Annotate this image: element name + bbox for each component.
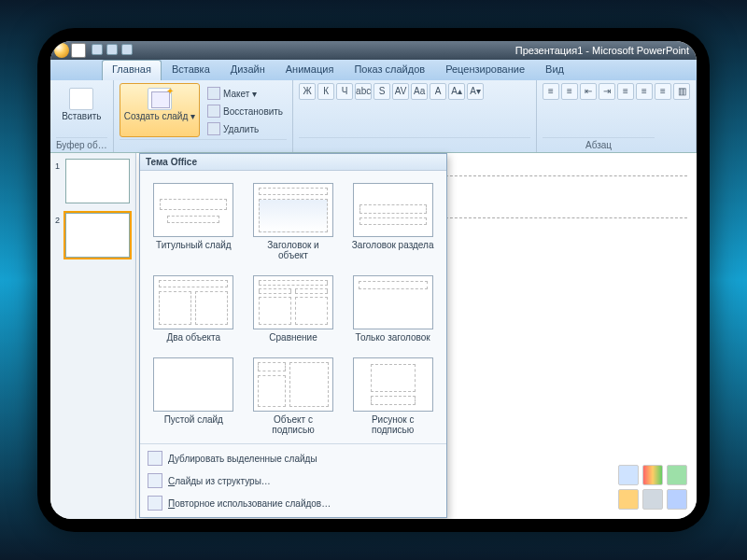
delete-button[interactable]: Удалить <box>204 120 287 137</box>
layout-picture-caption[interactable]: Рисунок с подписью <box>346 353 439 440</box>
insert-media-icon[interactable] <box>667 489 687 510</box>
columns-button[interactable]: ▥ <box>673 83 690 100</box>
group-clipboard: Вставить Буфер об… <box>50 80 114 152</box>
insert-chart-icon[interactable] <box>642 465 663 485</box>
reuse-icon <box>148 496 162 511</box>
insert-clipart-icon[interactable] <box>642 489 663 510</box>
layout-title-slide[interactable]: Титульный слайд <box>148 178 240 265</box>
tab-slideshow[interactable]: Показ слайдов <box>344 60 435 80</box>
group-font: Ж К Ч abc S AV Aa A A▴ A▾ <box>293 80 537 152</box>
title-bar: Презентация1 - Microsoft PowerPoint <box>50 41 697 60</box>
layout-icon <box>207 87 220 100</box>
bold-button[interactable]: Ж <box>299 83 316 100</box>
layout-two-content[interactable]: Два объекта <box>148 271 240 347</box>
layout-title-only[interactable]: Только заголовок <box>346 271 439 347</box>
layout-section-header[interactable]: Заголовок раздела <box>346 178 439 265</box>
case-button[interactable]: Aa <box>411 83 428 100</box>
new-slide-icon <box>148 88 172 110</box>
tab-review[interactable]: Рецензирование <box>435 60 535 80</box>
slide-thumbnails-pane: 1 2 <box>50 153 136 519</box>
screen: Презентация1 - Microsoft PowerPoint Глав… <box>50 41 697 519</box>
window-title: Презентация1 - Microsoft PowerPoint <box>515 45 689 56</box>
shadow-button[interactable]: S <box>374 83 390 100</box>
bullets-button[interactable]: ≡ <box>543 83 559 100</box>
align-left-button[interactable]: ≡ <box>617 83 634 100</box>
italic-button[interactable]: К <box>317 83 334 100</box>
reuse-slides-item[interactable]: Повторное использование слайдов… <box>140 492 446 514</box>
clipboard-group-label: Буфер об… <box>56 137 107 152</box>
indent-dec-button[interactable]: ⇤ <box>580 83 597 100</box>
tab-view[interactable]: Вид <box>535 60 574 80</box>
office-button[interactable] <box>54 43 69 58</box>
insert-table-icon[interactable] <box>618 465 639 485</box>
numbering-button[interactable]: ≡ <box>561 83 578 100</box>
paragraph-group-label: Абзац <box>543 137 655 152</box>
font-group-label <box>299 137 530 152</box>
qat-save-icon[interactable] <box>92 44 103 55</box>
align-center-button[interactable]: ≡ <box>636 83 653 100</box>
layout-button[interactable]: Макет ▾ <box>204 85 287 102</box>
slides-group-label <box>120 139 287 154</box>
align-right-button[interactable]: ≡ <box>655 83 671 100</box>
paste-button[interactable]: Вставить <box>56 83 107 126</box>
layout-blank[interactable]: Пустой слайд <box>148 353 240 440</box>
paste-label: Вставить <box>62 112 101 121</box>
outline-icon <box>148 473 162 488</box>
indent-inc-button[interactable]: ⇥ <box>599 83 615 100</box>
layout-content-caption[interactable]: Объект с подписью <box>247 353 340 440</box>
group-paragraph: ≡ ≡ ⇤ ⇥ ≡ ≡ ≡ ▥ Абзац <box>537 80 697 152</box>
system-menu-icon[interactable] <box>71 43 86 58</box>
new-slide-label: Создать слайд ▾ <box>124 112 195 121</box>
spacing-button[interactable]: AV <box>392 83 409 100</box>
slides-from-outline-item[interactable]: Слайды из структуры… <box>140 469 446 492</box>
quick-access-toolbar <box>92 44 133 55</box>
group-slides: Создать слайд ▾ Макет ▾ Восстановить Уда… <box>114 80 293 152</box>
layout-grid: Титульный слайд Заголовок и объект Загол… <box>140 171 446 443</box>
duplicate-slides-item[interactable]: Дублировать выделенные слайды <box>140 447 446 469</box>
underline-button[interactable]: Ч <box>336 83 353 100</box>
duplicate-icon <box>148 451 162 466</box>
tab-design[interactable]: Дизайн <box>220 60 275 80</box>
tab-insert[interactable]: Вставка <box>162 60 220 80</box>
layout-comparison[interactable]: Сравнение <box>247 271 340 347</box>
ribbon-tabs: Главная Вставка Дизайн Анимация Показ сл… <box>50 60 697 80</box>
paste-icon <box>69 88 93 110</box>
tab-home[interactable]: Главная <box>102 60 162 80</box>
gallery-header: Тема Office <box>140 154 446 171</box>
qat-redo-icon[interactable] <box>121 44 133 55</box>
new-slide-button[interactable]: Создать слайд ▾ <box>120 83 200 137</box>
monitor-frame: Презентация1 - Microsoft PowerPoint Глав… <box>37 28 710 532</box>
qat-undo-icon[interactable] <box>106 44 118 55</box>
reset-button[interactable]: Восстановить <box>204 103 287 119</box>
delete-icon <box>207 122 220 135</box>
gallery-footer: Дублировать выделенные слайды Слайды из … <box>140 443 446 517</box>
shrink-font-button[interactable]: A▾ <box>467 83 484 100</box>
insert-picture-icon[interactable] <box>618 489 639 510</box>
new-slide-layout-gallery: Тема Office Титульный слайд Заголовок и … <box>139 153 447 518</box>
grow-font-button[interactable]: A▴ <box>448 83 465 100</box>
tab-animation[interactable]: Анимация <box>275 60 345 80</box>
slide-thumb[interactable]: 1 <box>65 159 130 203</box>
layout-title-content[interactable]: Заголовок и объект <box>247 178 340 265</box>
strike-button[interactable]: abc <box>355 83 372 100</box>
slide-thumb[interactable]: 2 <box>65 213 130 258</box>
font-color-button[interactable]: A <box>430 83 446 100</box>
reset-icon <box>207 105 220 118</box>
content-placeholder-icons <box>618 465 687 510</box>
ribbon: Вставить Буфер об… Создать слайд ▾ Макет… <box>50 80 697 153</box>
insert-smartart-icon[interactable] <box>667 465 687 485</box>
